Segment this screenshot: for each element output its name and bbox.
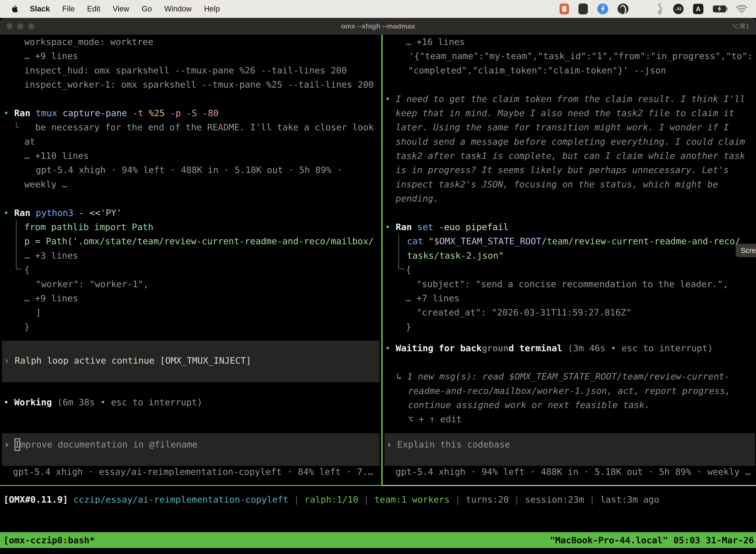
terminal-line: … +110 lines: [24, 149, 89, 163]
terminal-line: … +9 lines: [24, 49, 78, 63]
window-title-bar[interactable]: omx --xhigh --madmax ⌥⌘1: [0, 18, 756, 35]
prompt-text-right[interactable]: › Explain this codebase: [386, 437, 510, 451]
window-shortcut-badge: ⌥⌘1: [732, 22, 750, 30]
input-source-icon[interactable]: A: [693, 4, 703, 14]
terminal-line: pending.: [396, 191, 439, 206]
terminal-line: inspect task2's JSON, focusing on the st…: [396, 177, 718, 191]
window-title: omx --xhigh --madmax: [341, 22, 415, 30]
sync-bolt-icon[interactable]: [597, 3, 608, 14]
apple-menu[interactable]: [11, 5, 18, 13]
status-tray: ..61 A: [560, 0, 748, 18]
active-pane-border: [0, 485, 381, 486]
prompt-text-left[interactable]: › Improve documentation in @filename: [4, 437, 197, 451]
terminal-line: p = Path('.omx/state/team/review-current…: [24, 234, 374, 248]
terminal-line: "created_at": "2026-03-31T11:59:27.816Z": [417, 305, 631, 320]
terminal-line: weekly …: [24, 177, 67, 191]
terminal-line: keep that in mind. Maybe I also need the…: [396, 106, 734, 120]
pane-divider[interactable]: [381, 35, 383, 486]
screen-share-tooltip: Scre: [736, 244, 756, 257]
terminal-line: '{"team_name":"my-team","task_id":"1","f…: [409, 49, 753, 63]
command-ran-python3: • Ran python3 - <<'PY': [3, 206, 122, 220]
assistant-thinking: • I need to get the claim token from the…: [385, 92, 745, 106]
working-status: • Working (6m 38s • esc to interrupt): [3, 395, 202, 409]
output-connector-left: [16, 220, 22, 269]
menu-item-slack[interactable]: Slack: [30, 4, 50, 13]
window-minimize-button[interactable]: [17, 23, 23, 29]
footer-status-left: gpt-5.4 xhigh · essay/ai-reimplementatio…: [13, 465, 373, 479]
terminal-line: … +7 lines: [406, 291, 460, 305]
terminal-line: at: [24, 134, 35, 149]
terminal-line: gpt-5.4 xhigh · 94% left · 488K in · 5.1…: [36, 163, 342, 177]
menu-item-file[interactable]: File: [62, 4, 75, 13]
menu-items: Slack File Edit View Go Window Help: [30, 4, 220, 13]
menu-bar: Slack File Edit View Go Window Help ..61…: [0, 0, 756, 18]
apple-icon: [11, 5, 18, 13]
omx-session-status: [OMX#0.11.9] cczip/essay/ai-reimplementa…: [3, 492, 659, 507]
tmux-session-label: [omx-cczip0:bash*: [3, 535, 95, 545]
terminal-line: … +3 lines: [24, 248, 78, 263]
window-zoom-button[interactable]: [28, 23, 34, 29]
terminal-line: workspace_mode: worktree: [24, 35, 153, 49]
inactive-pane-border: [383, 485, 756, 486]
terminal-line: ↳ 1 new msg(s): read $OMX_TEAM_STATE_ROO…: [396, 369, 730, 384]
terminal-line: {: [406, 263, 411, 277]
terminal-line: task2 after task1 is complete, but can I…: [396, 149, 745, 163]
command-ran-tmux-capture: • Ran tmux capture-pane -t %25 -p -S -80: [3, 106, 218, 120]
terminal-line: from pathlib import Path: [24, 220, 153, 234]
terminal-line: inspect_worker-1: omx sparkshell --tmux-…: [24, 77, 374, 92]
tmux-status-bar: [omx-cczip0:bash* "MacBook-Pro-44.local"…: [0, 532, 756, 548]
terminal-line: }: [406, 320, 411, 334]
tmux-host-clock: "MacBook-Pro-44.local" 05:03 31-Mar-26: [550, 535, 754, 545]
security-grid-icon[interactable]: [578, 3, 588, 14]
terminal-line: └ be necessary for the end of the README…: [14, 120, 374, 134]
ralph-loop-status: › Ralph loop active continue [OMX_TMUX_I…: [4, 353, 251, 368]
terminal-line: "subject": "send a concise recommendatio…: [417, 277, 728, 291]
terminal-line: {: [24, 263, 30, 277]
hook-icon[interactable]: [656, 3, 664, 15]
terminal-line: "completed","claim_token":"claim-token"}…: [408, 63, 666, 77]
waiting-status: • Waiting for background terminal (3m 46…: [385, 341, 713, 355]
terminal-line: is in progress? It seems likely but perh…: [396, 163, 729, 177]
menu-item-go[interactable]: Go: [142, 4, 152, 13]
terminal-line: "worker": "worker-1",: [36, 277, 148, 291]
battery-icon[interactable]: [713, 5, 726, 12]
app-grid-icon[interactable]: [638, 4, 647, 13]
timer-badge-icon[interactable]: ..61: [673, 4, 684, 14]
output-connector-right: [398, 234, 404, 269]
terminal-line: … +16 lines: [406, 35, 465, 49]
footer-status-right: gpt-5.4 xhigh · 94% left · 488K in · 5.1…: [396, 465, 750, 479]
menu-item-view[interactable]: View: [113, 4, 129, 13]
terminal-line: tasks/task-2.json": [407, 248, 504, 263]
terminal-line: should send a message before completing …: [396, 134, 745, 149]
terminal-line: readme-and-reco/mailbox/worker-1.json, a…: [408, 384, 731, 398]
edit-hint: ⌥ + ↑ edit: [408, 412, 462, 426]
terminal-line: inspect_hud: omx sparkshell --tmux-pane …: [24, 63, 347, 77]
terminal-line: later. Using the same for transition mig…: [396, 120, 729, 134]
screen-share-icon[interactable]: [560, 3, 569, 14]
disk-icon[interactable]: [618, 3, 629, 14]
terminal-line: }: [24, 320, 30, 334]
terminal-line: ]: [36, 305, 41, 320]
window-close-button[interactable]: [6, 23, 12, 29]
menu-item-help[interactable]: Help: [204, 4, 220, 13]
menu-item-edit[interactable]: Edit: [87, 4, 100, 13]
menu-item-window[interactable]: Window: [164, 4, 191, 13]
terminal-line: cat "$OMX_TEAM_STATE_ROOT/team/review-cu…: [407, 234, 740, 248]
wifi-icon[interactable]: [736, 4, 748, 14]
terminal-line: … +9 lines: [24, 291, 78, 305]
command-ran-set-pipefail: • Ran set -euo pipefail: [385, 220, 509, 234]
terminal-line: continue assigned work or next feasible …: [408, 398, 650, 412]
